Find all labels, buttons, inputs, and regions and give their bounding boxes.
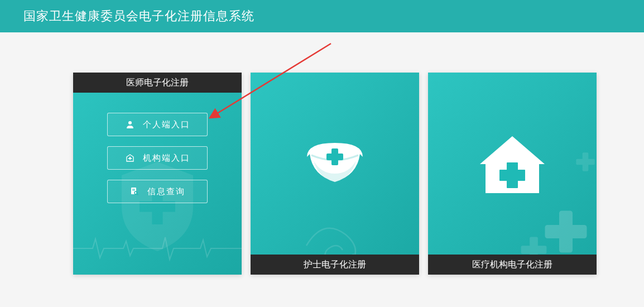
card-nurse-title: 护士电子化注册 xyxy=(251,255,419,275)
svg-rect-8 xyxy=(132,189,135,190)
svg-rect-4 xyxy=(128,158,132,159)
user-icon xyxy=(125,119,135,129)
card-institution-title: 医疗机构电子化注册 xyxy=(428,255,597,275)
svg-line-7 xyxy=(137,194,138,195)
card-doctor-body: 个人端入口 机构端入口 信息查询 xyxy=(73,93,242,275)
svg-rect-5 xyxy=(131,188,136,194)
info-query-label: 信息查询 xyxy=(147,186,185,197)
building-icon xyxy=(125,153,135,163)
card-nurse[interactable]: 护士电子化注册 xyxy=(251,73,419,275)
nurse-cap-icon xyxy=(296,126,374,204)
page-title: 国家卫生健康委员会电子化注册信息系统 xyxy=(23,8,254,25)
medical-house-icon xyxy=(473,126,551,204)
org-entry-button[interactable]: 机构端入口 xyxy=(107,146,208,170)
svg-rect-13 xyxy=(499,170,525,181)
svg-rect-9 xyxy=(132,190,135,191)
org-entry-label: 机构端入口 xyxy=(143,153,190,164)
cards-container: 医师电子化注册 个人端入口 机构端入口 xyxy=(0,32,644,275)
svg-point-2 xyxy=(128,121,132,124)
page-header: 国家卫生健康委员会电子化注册信息系统 xyxy=(0,0,644,32)
personal-entry-button[interactable]: 个人端入口 xyxy=(107,113,208,136)
card-institution[interactable]: 医疗机构电子化注册 xyxy=(428,73,597,275)
card-doctor: 医师电子化注册 个人端入口 机构端入口 xyxy=(73,73,242,275)
card-nurse-body xyxy=(251,73,419,275)
info-query-button[interactable]: 信息查询 xyxy=(107,180,208,203)
card-doctor-title: 医师电子化注册 xyxy=(73,73,242,93)
personal-entry-label: 个人端入口 xyxy=(143,119,190,130)
card-institution-body xyxy=(428,73,597,275)
search-doc-icon xyxy=(129,186,140,196)
